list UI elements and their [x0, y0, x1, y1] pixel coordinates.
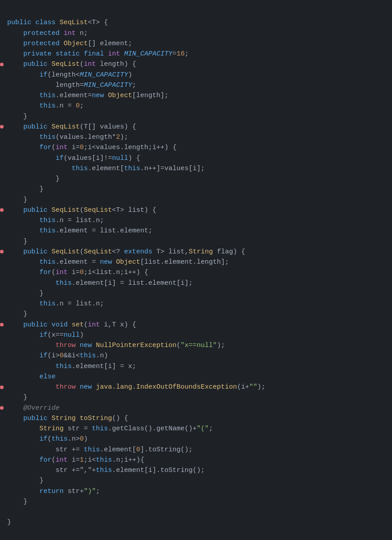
- token: (: [80, 206, 84, 214]
- token: .n): [96, 352, 108, 360]
- token: length) {: [100, 60, 136, 68]
- token: [7, 123, 23, 131]
- token: .element[i] = x;: [72, 363, 136, 370]
- token: String: [39, 425, 68, 433]
- token: String: [52, 415, 80, 422]
- code-line: for(int i=1;i<this.n;i++){: [0, 455, 392, 465]
- token: .getClass().getName()+: [108, 425, 197, 433]
- token: new: [80, 383, 96, 391]
- token: [7, 40, 23, 47]
- token: (values[i]!=: [64, 154, 112, 162]
- token: ): [128, 71, 132, 79]
- token: [7, 133, 39, 141]
- token: SeqList: [52, 248, 80, 256]
- token: if: [39, 71, 47, 79]
- token: SeqList: [84, 248, 112, 256]
- token: [7, 71, 39, 79]
- token: }: [7, 310, 27, 318]
- token: java.lang.IndexOutOfBoundsException: [96, 383, 237, 391]
- token: 0: [80, 435, 84, 443]
- token: [7, 165, 72, 172]
- token: ): [84, 435, 88, 443]
- token: [7, 248, 23, 256]
- code-line: if(values[i]!=null) {: [0, 153, 392, 163]
- token: public: [23, 321, 52, 329]
- token: Object: [64, 40, 88, 47]
- code-line: }: [0, 497, 392, 507]
- code-line: public SeqList(SeqList<T> list) {: [0, 205, 392, 215]
- line-content: else: [0, 372, 56, 382]
- code-line: str += this.element[0].toString();: [0, 445, 392, 455]
- token: "": [249, 383, 257, 391]
- token: (i+: [237, 383, 249, 391]
- token: Object: [108, 92, 132, 99]
- code-line: else: [0, 372, 392, 382]
- line-content: public SeqList(SeqList<? extends T> list…: [0, 247, 245, 257]
- token: this: [39, 300, 56, 308]
- line-content: this.element = list.element;: [0, 226, 152, 236]
- line-content: this(values.length*2);: [0, 132, 128, 142]
- token: ;: [209, 425, 213, 433]
- token: void: [52, 321, 72, 329]
- token: &&i<: [64, 352, 80, 360]
- token: [7, 488, 39, 495]
- code-line: public SeqList(int length) {: [0, 59, 392, 69]
- code-editor: public class SeqList<T> { protected int …: [0, 4, 392, 531]
- token: this: [52, 435, 68, 443]
- code-line: this.element[i] = list.element[i];: [0, 278, 392, 288]
- breakpoint-dot: [0, 406, 4, 410]
- token: }: [7, 238, 27, 245]
- token: (: [84, 321, 88, 329]
- token: );: [257, 383, 265, 391]
- line-content: protected Object[] element;: [0, 39, 132, 49]
- line-content: }: [0, 392, 27, 403]
- token: int: [108, 50, 124, 58]
- token: this: [39, 217, 56, 224]
- line-content: public class SeqList<T> {: [0, 17, 108, 28]
- token: [7, 383, 56, 391]
- token: for: [39, 456, 52, 464]
- token: this: [124, 165, 140, 172]
- token: SeqList: [52, 123, 80, 131]
- token: ) {: [128, 154, 140, 162]
- token: [7, 30, 23, 37]
- line-content: public SeqList(int length) {: [0, 59, 136, 69]
- token: [7, 467, 56, 474]
- token: MIN_CAPACITY: [124, 50, 172, 58]
- line-content: }: [0, 174, 60, 184]
- token: "(": [197, 425, 209, 433]
- token: str +=: [56, 446, 84, 454]
- token: 0: [80, 269, 84, 276]
- token: ")": [84, 488, 96, 495]
- token: SeqList: [84, 206, 112, 214]
- token: String: [189, 248, 217, 256]
- code-line: this.element=new Object[length];: [0, 90, 392, 101]
- line-content: public String toString() {: [0, 413, 128, 424]
- token: i=: [72, 269, 80, 276]
- token: MIN_CAPACITY: [80, 71, 128, 79]
- line-content: if(this.n>0): [0, 434, 88, 444]
- token: [] element;: [88, 40, 132, 47]
- line-content: private static final int MIN_CAPACITY=16…: [0, 49, 189, 59]
- token: T> list,: [156, 248, 189, 256]
- token: ;: [185, 50, 189, 58]
- code-line: }: [0, 195, 392, 205]
- token: (: [52, 456, 56, 464]
- token: (i>: [47, 352, 60, 360]
- line-content: public void set(int i,T x) {: [0, 320, 136, 330]
- code-line: this.element[this.n++]=values[i];: [0, 163, 392, 174]
- token: 0: [136, 446, 140, 454]
- line-content: for(int i=1;i<this.n;i++){: [0, 455, 144, 465]
- token: this: [80, 352, 96, 360]
- token: private: [23, 50, 56, 58]
- code-line: }: [0, 184, 392, 194]
- breakpoint-dot: [0, 323, 4, 326]
- code-line: this.n = list.n;: [0, 299, 392, 309]
- code-line: }: [0, 111, 392, 122]
- token: new: [92, 92, 108, 99]
- token: if: [39, 331, 47, 339]
- token: (x==: [47, 331, 64, 339]
- line-content: String str = this.getClass().getName()+"…: [0, 424, 213, 434]
- token: ;: [80, 102, 84, 110]
- line-content: }: [0, 309, 27, 319]
